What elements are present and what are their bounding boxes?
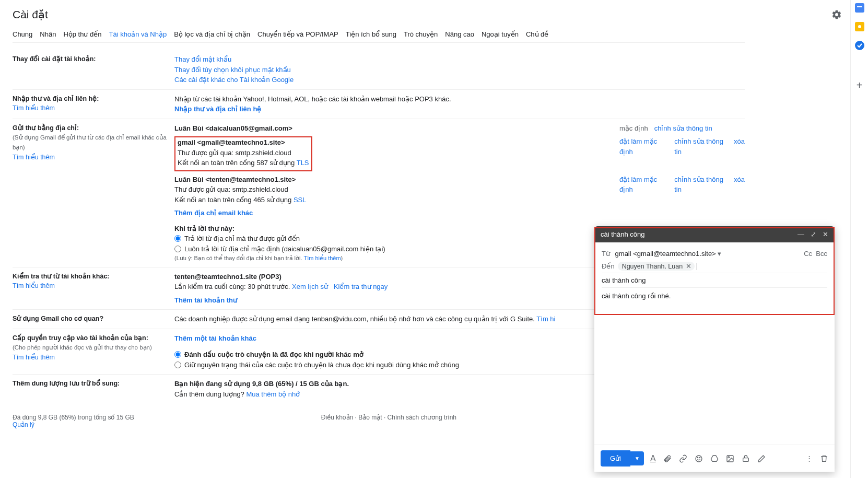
format-icon[interactable]: A	[650, 454, 656, 463]
tab-nh-n[interactable]: Nhãn	[40, 30, 56, 38]
confidential-icon[interactable]	[742, 454, 750, 463]
compose-header[interactable]: cài thành công — ⤢ ✕	[594, 226, 835, 242]
change-account-link-0[interactable]: Thay đổi mật khẩu	[174, 55, 231, 63]
reply-note-prefix: (Lưu ý: Bạn có thể thay đổi địa chỉ khi …	[174, 255, 303, 261]
chip-remove-icon[interactable]: ✕	[686, 262, 691, 270]
compose-from-label: Từ	[602, 250, 610, 258]
send-as-row-0-default: mặc định	[619, 123, 648, 134]
change-account-link-1[interactable]: Thay đổi tùy chọn khôi phục mật khẩu	[174, 66, 291, 74]
storage-buy[interactable]: Mua thêm bộ nhớ	[246, 390, 300, 398]
reply-opt2-radio[interactable]	[174, 246, 181, 252]
send-as-label: Gửi thư bằng địa chỉ:	[13, 124, 79, 132]
send-as-row-2-default[interactable]: đặt làm mặc định	[619, 174, 668, 195]
change-account-link-2[interactable]: Các cài đặt khác cho Tài khoản Google	[174, 76, 294, 84]
tab-ti-n-ch-b-sung[interactable]: Tiện ích bổ sung	[346, 30, 396, 38]
check-mail-learn[interactable]: Tìm hiểu thêm	[13, 282, 55, 289]
send-as-row-1-port: Kết nối an toàn trên cổng 587 sử dụng	[178, 159, 297, 167]
calendar-icon[interactable]	[855, 3, 864, 13]
right-side-panel: +	[850, 0, 868, 478]
send-as-row-2-proto[interactable]: SSL	[294, 196, 307, 204]
footer-manage[interactable]: Quản lý	[13, 421, 34, 428]
svg-point-5	[696, 456, 702, 462]
compose-subject-input[interactable]	[602, 273, 827, 287]
tab-n-ng-cao[interactable]: Nâng cao	[445, 30, 474, 38]
compose-to-chip[interactable]: Nguyen Thanh. Luan ✕	[618, 262, 695, 271]
chevron-down-icon[interactable]: ▾	[718, 250, 721, 258]
change-account-label: Thay đổi cài đặt tài khoản:	[13, 55, 96, 63]
settings-tabs: ChungNhãnHộp thư đếnTài khoản và NhậpBộ …	[13, 30, 745, 43]
send-as-row-2-smtp: Thư được gửi qua: smtp.zshield.cloud	[174, 184, 307, 195]
compose-body-text[interactable]: cài thành công rồi nhé.	[602, 288, 827, 300]
tab-chuy-n-ti-p-v-pop-imap[interactable]: Chuyển tiếp và POP/IMAP	[257, 30, 338, 38]
grant-learn[interactable]: Tìm hiểu thêm	[13, 354, 55, 361]
svg-point-9	[728, 457, 730, 458]
check-mail-label: Kiểm tra thư từ tài khoản khác:	[13, 273, 110, 280]
biz-desc: Các doanh nghiệp được sử dụng email dạng…	[174, 315, 536, 323]
link-icon[interactable]	[679, 454, 687, 463]
reply-note-suffix: )	[341, 255, 343, 261]
minimize-icon[interactable]: —	[797, 230, 804, 238]
compose-window: cài thành công — ⤢ ✕ Từ gmail <gmail@tea…	[594, 226, 835, 472]
tab-chung[interactable]: Chung	[13, 30, 32, 38]
tab-ngo-i-tuy-n[interactable]: Ngoại tuyến	[482, 30, 519, 38]
grant-add[interactable]: Thêm một tài khoản khác	[174, 334, 256, 342]
footer-privacy[interactable]: Bảo mật	[358, 414, 382, 421]
send-as-row-1-default[interactable]: đặt làm mặc định	[619, 136, 668, 157]
reply-opt1: Trả lời từ địa chỉ mà thư được gửi đến	[184, 234, 300, 244]
send-as-row-1-delete[interactable]: xóa	[734, 136, 745, 157]
send-as-row-0-edit[interactable]: chỉnh sửa thông tin	[654, 123, 712, 134]
biz-learn[interactable]: Tìm hi	[536, 315, 555, 323]
compose-bcc-link[interactable]: Bcc	[816, 250, 827, 258]
compose-cc-link[interactable]: Cc	[804, 250, 812, 258]
tab-b-l-c-v-a-ch-b-ch-n[interactable]: Bộ lọc và địa chỉ bị chặn	[174, 30, 250, 38]
popout-icon[interactable]: ⤢	[811, 230, 816, 238]
grant-opt1-radio[interactable]	[174, 351, 181, 358]
send-as-row-2-delete[interactable]: xóa	[734, 174, 745, 195]
tab-ch-[interactable]: Chủ đề	[526, 30, 548, 38]
close-icon[interactable]: ✕	[823, 230, 828, 238]
svg-point-6	[697, 457, 698, 458]
send-as-row-1-edit[interactable]: chỉnh sửa thông tin	[674, 136, 728, 157]
tab-t-i-kho-n-v-nh-p[interactable]: Tài khoản và Nhập	[109, 30, 167, 38]
keep-icon[interactable]	[855, 22, 864, 31]
biz-label: Sử dụng Gmail cho cơ quan?	[13, 315, 103, 322]
gear-icon[interactable]	[831, 9, 842, 20]
import-learn-more[interactable]: Tìm hiểu thêm	[13, 104, 55, 112]
image-icon[interactable]	[726, 454, 734, 463]
send-as-row-1-smtp: Thư được gửi qua: smtp.zshield.cloud	[178, 148, 309, 158]
grant-opt2-radio[interactable]	[174, 362, 181, 368]
add-mail-account[interactable]: Thêm tài khoản thư	[174, 296, 237, 304]
tab-tr-chuy-n[interactable]: Trò chuyện	[404, 30, 438, 38]
reply-note-link[interactable]: Tìm hiểu thêm	[303, 255, 341, 261]
send-as-row-2-edit[interactable]: chỉnh sửa thông tin	[674, 174, 728, 195]
import-mail-label: Nhập thư và địa chỉ liên hệ:	[13, 95, 99, 102]
send-as-row-1-proto[interactable]: TLS	[297, 159, 309, 167]
drive-icon[interactable]	[710, 454, 719, 463]
check-mail-history[interactable]: Xem lịch sử	[292, 283, 328, 290]
send-button[interactable]: Gửi	[601, 450, 630, 467]
storage-label: Thêm dung lượng lưu trữ bổ sung:	[13, 380, 120, 387]
add-another-email[interactable]: Thêm địa chỉ email khác	[174, 209, 253, 217]
send-as-row-2-name: Luân Bùi <tenten@teamtechno1.site>	[174, 174, 307, 185]
page-title: Cài đặt	[13, 8, 745, 21]
discard-icon[interactable]	[820, 454, 828, 463]
check-mail-last: Lần kiểm tra cuối cùng: 30 phút trước.	[174, 283, 292, 290]
add-addon-icon[interactable]: +	[857, 79, 863, 91]
compose-from-value[interactable]: gmail <gmail@teamtechno1.site>	[615, 250, 716, 258]
svg-rect-10	[743, 458, 748, 461]
import-action[interactable]: Nhập thư và địa chỉ liên hệ	[174, 105, 261, 113]
check-mail-now[interactable]: Kiểm tra thư ngay	[334, 283, 388, 290]
emoji-icon[interactable]	[695, 454, 703, 463]
send-dropdown[interactable]: ▼	[630, 451, 644, 465]
tasks-icon[interactable]	[855, 41, 864, 50]
tab-h-p-th-n[interactable]: Hộp thư đến	[63, 30, 101, 38]
reply-opt1-radio[interactable]	[174, 235, 181, 242]
send-as-learn-more[interactable]: Tìm hiểu thêm	[13, 154, 55, 161]
storage-need: Cần thêm dung lượng?	[174, 390, 246, 398]
more-icon[interactable]: ⋮	[806, 454, 813, 463]
footer-usage: Đã dùng 9,8 GB (65%) trong tổng số 15 GB	[13, 414, 134, 421]
footer-policies[interactable]: Chính sách chương trình	[388, 414, 456, 421]
footer-terms[interactable]: Điều khoản	[321, 414, 353, 421]
pen-icon[interactable]	[757, 454, 766, 463]
attach-icon[interactable]	[663, 454, 672, 463]
